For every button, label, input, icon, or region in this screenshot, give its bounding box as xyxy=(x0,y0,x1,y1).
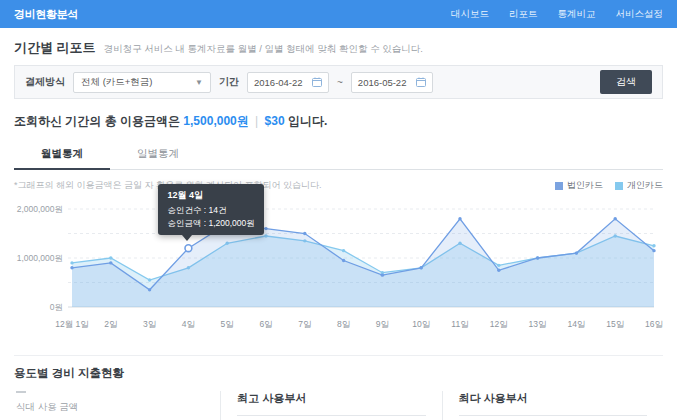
meal-expense-label: 식대 사용 금액 xyxy=(16,401,204,414)
calendar-icon[interactable] xyxy=(312,77,322,87)
top-amount-dept-title: 최고 사용부서 xyxy=(237,391,425,406)
chart-tooltip: 12월 4일 승인건수 : 14건 승인금액 : 1,200,000원 xyxy=(158,184,263,235)
tab-monthly-stats[interactable]: 월별통계 xyxy=(14,141,110,170)
tooltip-approval-amount: 승인금액 : 1,200,000원 xyxy=(167,217,254,230)
filter-bar: 결제방식 전체 (카드+현금) ▼ 기간 2016-04-22 ~ 2016-0… xyxy=(14,65,663,99)
date-to-value: 2016-05-22 xyxy=(358,77,407,88)
usage-line-chart[interactable]: 0원1,000,000원2,000,000원12월 1일2일3일4일5일6일7일… xyxy=(14,195,663,341)
date-to-input[interactable]: 2016-05-22 xyxy=(351,72,433,93)
legend-swatch-personal xyxy=(615,182,623,190)
svg-text:8일: 8일 xyxy=(337,319,350,329)
top-nav: 경비현황분석 대시보드 리포트 통계비교 서비스설정 xyxy=(0,0,677,28)
svg-text:3일: 3일 xyxy=(143,319,156,329)
summary-amount-krw: 1,500,000원 xyxy=(183,114,248,128)
tab-daily-stats[interactable]: 일별통계 xyxy=(110,141,206,169)
tooltip-approval-count: 승인건수 : 14건 xyxy=(167,204,254,217)
date-range-separator: ~ xyxy=(337,77,343,88)
summary-line: 조회하신 기간의 총 이용금액은 1,500,000원 | $30 입니다. xyxy=(14,113,663,130)
top-count-dept-title: 최다 사용부서 xyxy=(459,391,647,406)
usage-columns: 식대 사용 금액 123,000,000원 최고 사용부서 순위 사용부서 건수… xyxy=(14,391,663,420)
chart-canvas[interactable]: 0원1,000,000원2,000,000원12월 1일2일3일4일5일6일7일… xyxy=(14,195,663,337)
meal-expense-card: 식대 사용 금액 123,000,000원 xyxy=(14,391,220,420)
usage-section: 용도별 경비 지출현황 식대 사용 금액 123,000,000원 최고 사용부… xyxy=(14,355,663,420)
svg-text:2,000,000원: 2,000,000원 xyxy=(17,204,63,214)
svg-text:14일: 14일 xyxy=(567,319,585,329)
page-header: 기간별 리포트 경비청구 서비스 내 통계자료를 월별 / 일별 형태에 맞춰 … xyxy=(14,39,663,57)
svg-text:5일: 5일 xyxy=(221,319,234,329)
svg-text:10일: 10일 xyxy=(412,319,430,329)
payment-method-label: 결제방식 xyxy=(25,75,65,89)
payment-method-select[interactable]: 전체 (카드+현금) ▼ xyxy=(73,72,211,93)
nav-item-service-settings[interactable]: 서비스설정 xyxy=(616,8,664,21)
svg-text:9일: 9일 xyxy=(376,319,389,329)
nav-menu: 대시보드 리포트 통계비교 서비스설정 xyxy=(451,8,663,21)
page-subtitle: 경비청구 서비스 내 통계자료를 월별 / 일별 형태에 맞춰 확인할 수 있습… xyxy=(104,43,423,56)
summary-amount-usd: $30 xyxy=(265,114,285,128)
summary-suffix: 입니다. xyxy=(288,114,327,128)
svg-text:16일: 16일 xyxy=(645,319,663,329)
stats-tabs: 월별통계 일별통계 xyxy=(14,141,663,170)
legend-label-corporate: 법인카드 xyxy=(567,179,603,192)
date-from-value: 2016-04-22 xyxy=(254,77,303,88)
summary-prefix: 조회하신 기간의 총 이용금액은 xyxy=(14,114,180,128)
svg-text:15일: 15일 xyxy=(606,319,624,329)
top-amount-dept-card: 최고 사용부서 순위 사용부서 건수 금액 xyxy=(220,391,441,420)
top-count-dept-card: 최다 사용부서 순위 사용부서 건수 금액 xyxy=(442,391,663,420)
payment-method-value: 전체 (카드+현금) xyxy=(81,76,153,89)
nav-item-stats-compare[interactable]: 통계비교 xyxy=(558,8,596,21)
legend-item-personal-card: 개인카드 xyxy=(615,179,663,192)
page-title: 기간별 리포트 xyxy=(14,39,96,57)
legend-swatch-corporate xyxy=(555,182,563,190)
top-count-table-header: 순위 사용부서 건수 금액 xyxy=(459,415,647,420)
svg-text:2일: 2일 xyxy=(104,319,117,329)
legend-item-corporate-card: 법인카드 xyxy=(555,179,603,192)
period-label: 기간 xyxy=(219,75,239,89)
search-button[interactable]: 검색 xyxy=(600,70,652,94)
svg-text:13일: 13일 xyxy=(529,319,547,329)
nav-item-dashboard[interactable]: 대시보드 xyxy=(451,8,489,21)
tooltip-date: 12월 4일 xyxy=(167,189,254,203)
meal-dash-decoration xyxy=(16,391,26,393)
chart-header: *그래프의 해외 이용금액은 금일 자 환율로 원화 계산되어 포함되어 있습니… xyxy=(14,179,663,192)
chevron-down-icon: ▼ xyxy=(195,78,203,87)
date-from-input[interactable]: 2016-04-22 xyxy=(247,72,329,93)
svg-text:0원: 0원 xyxy=(50,302,63,312)
svg-text:4일: 4일 xyxy=(182,319,195,329)
svg-text:11일: 11일 xyxy=(451,319,468,329)
svg-text:6일: 6일 xyxy=(259,319,272,329)
summary-divider: | xyxy=(252,114,261,128)
legend-label-personal: 개인카드 xyxy=(627,179,663,192)
top-amount-table-header: 순위 사용부서 건수 금액 xyxy=(237,415,425,420)
svg-text:12일: 12일 xyxy=(490,319,508,329)
app-title: 경비현황분석 xyxy=(14,7,78,22)
calendar-icon[interactable] xyxy=(416,77,426,87)
nav-item-report[interactable]: 리포트 xyxy=(509,8,538,21)
usage-section-title: 용도별 경비 지출현황 xyxy=(14,366,663,381)
svg-text:7일: 7일 xyxy=(298,319,311,329)
svg-text:12월 1일: 12월 1일 xyxy=(55,319,89,329)
chart-legend: 법인카드 개인카드 xyxy=(555,179,663,192)
svg-text:1,000,000원: 1,000,000원 xyxy=(17,253,63,263)
